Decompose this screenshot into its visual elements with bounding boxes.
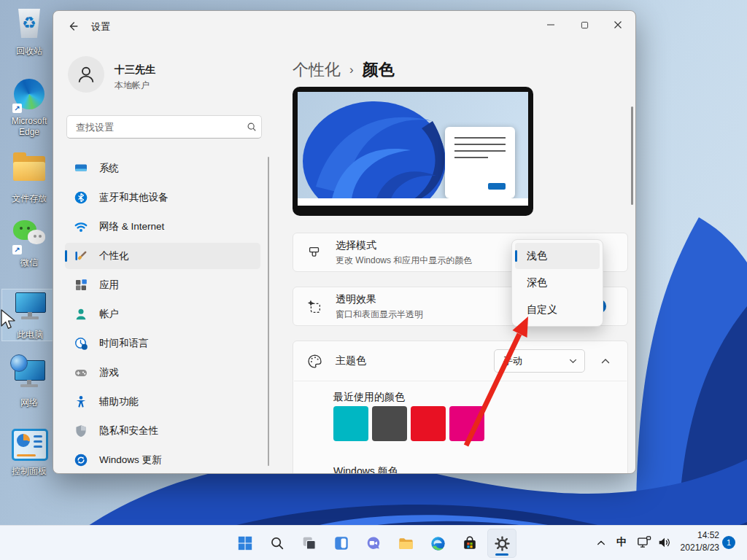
desktop-icon-this-pc[interactable]: 此电脑 (1, 289, 58, 341)
tray-ime-indicator[interactable]: 中 (613, 534, 630, 551)
chat-button[interactable] (359, 529, 388, 558)
sidebar-item-label: 蓝牙和其他设备 (99, 191, 169, 204)
recent-color-swatch-teal[interactable] (333, 406, 368, 441)
sidebar-item-privacy-security[interactable]: 隐私和安全性 (65, 418, 260, 444)
content-scrollbar[interactable] (631, 106, 633, 205)
search-input[interactable] (67, 122, 242, 133)
mode-card-title: 选择模式 (336, 239, 472, 252)
desktop-icon-files-folder[interactable]: 文件存放 (1, 150, 57, 204)
sidebar-item-time-language[interactable]: 时间和语言 (65, 330, 260, 357)
sidebar-item-label: 应用 (99, 279, 119, 292)
ime-label: 中 (616, 536, 627, 549)
file-explorer-button[interactable] (391, 529, 420, 558)
sidebar-item-bluetooth-devices[interactable]: 蓝牙和其他设备 (65, 184, 260, 211)
file-explorer-icon (398, 535, 414, 552)
avatar[interactable] (68, 56, 104, 93)
settings-nav: 系统 蓝牙和其他设备 网络 & Internet 个性化 (65, 155, 260, 474)
breadcrumb-separator: › (349, 63, 354, 77)
wifi-icon (74, 219, 88, 234)
sidebar-item-accounts[interactable]: 帐户 (65, 301, 260, 327)
store-icon (462, 535, 478, 551)
transparency-sparkle-icon (293, 299, 336, 315)
settings-search-box (66, 115, 262, 139)
recent-color-swatch-magenta[interactable] (449, 406, 484, 441)
desktop-icon-label: 此电脑 (2, 330, 58, 341)
sidebar-item-accessibility[interactable]: 辅助功能 (65, 389, 260, 415)
profile-name: 十三先生 (115, 63, 155, 77)
network-icon (13, 360, 45, 389)
desktop-icon-recycle-bin[interactable]: ♻ 回收站 (1, 7, 57, 57)
sidebar-item-gaming[interactable]: 游戏 (65, 359, 260, 386)
accent-mode-dropdown[interactable]: 手动 (494, 349, 585, 373)
desktop-icon-label: 文件存放 (1, 193, 57, 204)
preview-wallpaper-bloom (298, 92, 462, 206)
recent-color-swatch-gray[interactable] (372, 406, 407, 441)
settings-button[interactable] (487, 529, 516, 558)
back-button[interactable] (63, 18, 82, 35)
widgets-icon (333, 535, 349, 551)
sidebar-item-personalization[interactable]: 个性化 (65, 243, 260, 269)
back-arrow-icon (66, 20, 80, 33)
sidebar-item-label: Windows 更新 (99, 454, 162, 467)
taskbar-search-button[interactable] (263, 529, 292, 558)
breadcrumb-parent[interactable]: 个性化 (293, 59, 341, 81)
tray-clock[interactable]: 14:52 2021/8/23 (668, 529, 719, 555)
minimize-button[interactable] (534, 12, 568, 38)
tray-network-icon[interactable] (635, 534, 654, 551)
accent-card-expander[interactable] (595, 351, 616, 370)
desktop-icon-wechat[interactable]: ↗ 微信 (1, 219, 57, 268)
notification-count: 1 (727, 538, 731, 547)
task-view-button[interactable] (295, 529, 324, 558)
search-icon (269, 535, 285, 551)
desktop-icon-control-panel[interactable]: 控制面板 (1, 426, 57, 477)
preview-accent-button (488, 183, 506, 190)
transparency-card-title: 透明效果 (336, 293, 423, 306)
tray-show-hidden-icons[interactable] (592, 534, 610, 551)
desktop-icon-label: 网络 (1, 397, 57, 408)
sidebar-item-network-internet[interactable]: 网络 & Internet (65, 214, 260, 240)
chat-icon (365, 535, 382, 551)
accent-mode-value: 手动 (503, 354, 522, 368)
recent-colors-label: 最近使用的颜色 (333, 391, 405, 404)
sidebar-item-system[interactable]: 系统 (65, 155, 260, 182)
widgets-button[interactable] (327, 529, 356, 558)
desktop-icon-edge[interactable]: ↗ Microsoft Edge (1, 77, 57, 138)
flyout-option-dark[interactable]: 深色 (515, 270, 600, 296)
notification-badge[interactable]: 1 (722, 536, 735, 549)
windows-start-icon (237, 535, 253, 551)
preview-dialog-card (445, 127, 515, 198)
titlebar: 设置 (53, 11, 635, 42)
desktop-icon-network[interactable]: 网络 (1, 357, 57, 408)
personalization-brush-icon (74, 249, 88, 263)
search-icon (242, 122, 261, 132)
sidebar-item-apps[interactable]: 应用 (65, 272, 260, 298)
flyout-option-light[interactable]: 浅色 (515, 243, 600, 269)
shield-icon (74, 424, 88, 438)
sidebar-scrollbar[interactable] (268, 157, 269, 466)
network-monitor-icon (636, 535, 652, 550)
mode-flyout: 浅色 深色 自定义 (511, 239, 603, 327)
mode-card-subtitle: 更改 Windows 和应用中显示的颜色 (336, 254, 472, 267)
recent-color-swatch-red[interactable] (411, 406, 446, 441)
store-button[interactable] (455, 529, 484, 558)
page-title: 颜色 (363, 59, 395, 81)
close-button[interactable] (601, 12, 635, 38)
shortcut-arrow-icon: ↗ (12, 104, 22, 113)
flyout-option-label: 浅色 (527, 249, 547, 262)
clock-language-icon (74, 336, 88, 351)
accent-card-title: 主题色 (336, 354, 366, 368)
maximize-button[interactable] (568, 12, 601, 38)
sidebar-item-label: 帐户 (99, 308, 119, 321)
sidebar-item-windows-update[interactable]: Windows 更新 (65, 447, 260, 473)
recycle-bin-icon: ♻ (17, 9, 42, 38)
shortcut-arrow-icon: ↗ (12, 245, 22, 254)
control-panel-icon (12, 429, 48, 461)
edge-button[interactable] (423, 529, 452, 558)
start-button[interactable] (231, 529, 260, 558)
folder-icon (13, 156, 45, 181)
desktop-icon-label: Microsoft Edge (1, 116, 57, 138)
minimize-icon (546, 20, 555, 29)
desktop-icon-label: 微信 (1, 257, 57, 268)
task-view-icon (301, 535, 317, 551)
flyout-option-custom[interactable]: 自定义 (515, 297, 600, 323)
